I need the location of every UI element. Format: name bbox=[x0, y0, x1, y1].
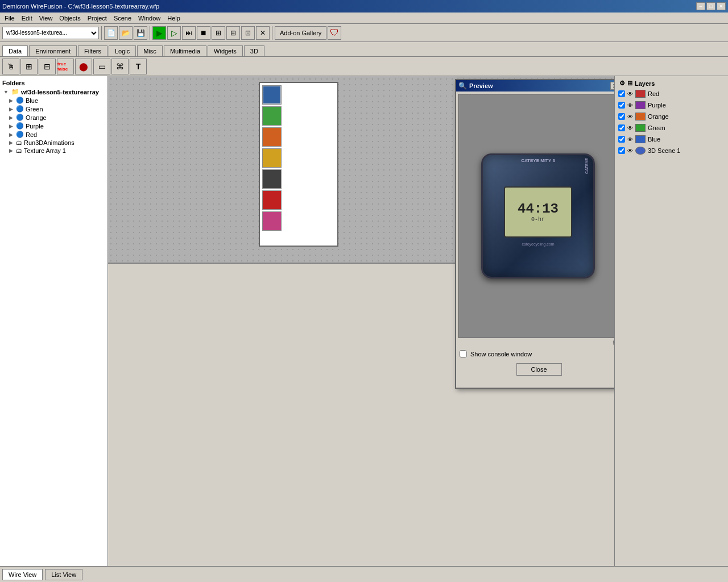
preview-content: CATEYE CATEYE MITY 3 44:13 0-hr cateyecy… bbox=[456, 92, 614, 380]
open-button[interactable]: 📂 bbox=[119, 26, 133, 40]
menu-file[interactable]: File bbox=[1, 14, 18, 23]
tree-purple[interactable]: ▶ 🔵 Purple bbox=[2, 122, 105, 130]
device-time: 44:13 bbox=[518, 201, 559, 217]
layer-3dscene-label: 3D Scene 1 bbox=[648, 147, 680, 154]
tree-root[interactable]: ▼ 📁 wf3d-lesson5-texturearray bbox=[2, 88, 105, 96]
layer-orange-eye[interactable]: 👁 bbox=[627, 114, 633, 120]
project-dropdown[interactable]: wf3d-lesson5-texturea... bbox=[2, 27, 99, 39]
minimize-button[interactable]: – bbox=[696, 2, 705, 10]
layers-icon2: ⊞ bbox=[627, 80, 632, 87]
menubar: File Edit View Objects Project Scene Win… bbox=[0, 13, 728, 24]
tex-swatch-green[interactable] bbox=[262, 106, 282, 126]
tree-red[interactable]: ▶ 🔵 Red bbox=[2, 130, 105, 139]
device-sub: 0-hr bbox=[531, 217, 545, 223]
tab-multimedia[interactable]: Multimedia bbox=[164, 45, 206, 56]
tex-swatch-orange[interactable] bbox=[262, 127, 282, 147]
tree-texture-array[interactable]: ▶ 🗂 Texture Array 1 bbox=[2, 147, 105, 155]
tool-snap[interactable]: ⊟ bbox=[39, 59, 56, 74]
tool-true-false[interactable]: true false bbox=[57, 59, 74, 74]
tab-widgets[interactable]: Widgets bbox=[208, 45, 243, 56]
tex-swatch-dark[interactable] bbox=[262, 169, 282, 189]
titlebar-title: Demicron WireFusion - C:\wf3d-lesson5-te… bbox=[2, 3, 159, 10]
tab-misc[interactable]: Misc bbox=[137, 45, 163, 56]
tab-3d[interactable]: 3D bbox=[244, 45, 264, 56]
record-button[interactable]: ⊡ bbox=[241, 26, 255, 40]
layer-purple-color bbox=[635, 101, 646, 109]
preview-dialog-close[interactable]: ✕ bbox=[610, 82, 614, 90]
titlebar: Demicron WireFusion - C:\wf3d-lesson5-te… bbox=[0, 0, 728, 13]
preview-dialog-titlebar: 🔍 Preview ✕ bbox=[456, 80, 614, 92]
new-button[interactable]: 📄 bbox=[104, 26, 118, 40]
tool-connect[interactable]: ⌘ bbox=[111, 59, 129, 74]
layer-green-eye[interactable]: 👁 bbox=[627, 125, 633, 131]
tex-swatch-red[interactable] bbox=[262, 190, 282, 210]
save-button[interactable]: 💾 bbox=[134, 26, 147, 40]
bottom-bar: Wire View List View bbox=[0, 566, 728, 582]
addon-gallery-button[interactable]: Add-on Gallery bbox=[275, 26, 326, 40]
tree-blue[interactable]: ▶ 🔵 Blue bbox=[2, 96, 105, 105]
tool-circle[interactable]: ⬤ bbox=[75, 59, 92, 74]
separator2 bbox=[150, 26, 150, 40]
tool-text[interactable]: T bbox=[130, 59, 147, 74]
layer-blue-check[interactable] bbox=[618, 136, 625, 143]
layer-red-eye[interactable]: 👁 bbox=[627, 91, 633, 97]
cut-button[interactable]: ✕ bbox=[256, 26, 270, 40]
preview-device: CATEYE CATEYE MITY 3 44:13 0-hr cateyecy… bbox=[481, 153, 595, 278]
layer-orange-label: Orange bbox=[648, 113, 669, 120]
menu-window[interactable]: Window bbox=[135, 14, 164, 23]
play2-button[interactable]: ▷ bbox=[167, 26, 181, 40]
maximize-button[interactable]: □ bbox=[706, 2, 715, 10]
tool-row: 🖱 ⊞ ⊟ true false ⬤ ▭ ⌘ T bbox=[0, 57, 728, 76]
menu-help[interactable]: Help bbox=[164, 14, 184, 23]
device-screen: 44:13 0-hr bbox=[504, 186, 572, 238]
layer-red-check[interactable] bbox=[618, 90, 625, 97]
expand-icon[interactable]: ▼ bbox=[3, 89, 9, 95]
layers-panel: ⚙ ⊞ Layers 👁 Red 👁 Purple 👁 Orange 👁 Gre bbox=[614, 76, 728, 566]
layer-blue-eye[interactable]: 👁 bbox=[627, 136, 633, 143]
tree-run3d[interactable]: ▶ 🗂 Run3DAnimations bbox=[2, 139, 105, 147]
layer-green-check[interactable] bbox=[618, 124, 625, 131]
tab-filters[interactable]: Filters bbox=[78, 45, 107, 56]
tool-grid[interactable]: ⊞ bbox=[20, 59, 38, 74]
frame-button[interactable]: ⊞ bbox=[212, 26, 225, 40]
device-top-label: CATEYE MITY 3 bbox=[521, 158, 555, 163]
menu-scene[interactable]: Scene bbox=[110, 14, 135, 23]
tab-environment[interactable]: Environment bbox=[29, 45, 77, 56]
layer-red-label: Red bbox=[648, 90, 659, 97]
tool-select[interactable]: 🖱 bbox=[2, 59, 19, 74]
layers-settings-icon[interactable]: ⚙ bbox=[619, 80, 625, 87]
layer-purple: 👁 Purple bbox=[617, 99, 726, 111]
tree-green[interactable]: ▶ 🔵 Green bbox=[2, 105, 105, 113]
device-bottom-label: cateyecycling.com bbox=[522, 242, 554, 246]
menu-project[interactable]: Project bbox=[84, 14, 110, 23]
tab-logic[interactable]: Logic bbox=[109, 45, 136, 56]
expand-blue-icon[interactable]: ▶ bbox=[9, 98, 13, 103]
play-button[interactable]: ▶ bbox=[152, 26, 166, 40]
tab-data[interactable]: Data bbox=[2, 45, 28, 56]
list-view-tab[interactable]: List View bbox=[45, 569, 82, 580]
preview-icon-small: ⊟ bbox=[613, 339, 614, 346]
shield-icon[interactable]: 🛡 bbox=[328, 26, 341, 40]
menu-edit[interactable]: Edit bbox=[18, 14, 36, 23]
show-console-checkbox[interactable] bbox=[460, 350, 467, 357]
close-button[interactable]: ✕ bbox=[717, 2, 726, 10]
tex-swatch-blue[interactable] bbox=[262, 85, 282, 105]
step-button[interactable]: ⏭ bbox=[182, 26, 196, 40]
menu-objects[interactable]: Objects bbox=[56, 14, 84, 23]
wire-view-tab[interactable]: Wire View bbox=[2, 569, 43, 580]
layer-purple-eye[interactable]: 👁 bbox=[627, 102, 633, 109]
tree-orange[interactable]: ▶ 🔵 Orange bbox=[2, 113, 105, 122]
layer-orange-check[interactable] bbox=[618, 113, 625, 120]
tex-swatch-yellow[interactable] bbox=[262, 148, 282, 168]
layer-3dscene-eye[interactable]: 👁 bbox=[627, 148, 633, 154]
stop-button[interactable]: ⏹ bbox=[197, 26, 210, 40]
layer-purple-check[interactable] bbox=[618, 102, 625, 109]
tex-swatch-pink[interactable] bbox=[262, 211, 282, 231]
preview-close-button[interactable]: Close bbox=[516, 363, 562, 376]
tool-rect[interactable]: ▭ bbox=[93, 59, 110, 74]
layer-3dscene-check[interactable] bbox=[618, 147, 625, 154]
layer-3dscene-color bbox=[635, 147, 646, 155]
layer-orange: 👁 Orange bbox=[617, 111, 726, 122]
preview-button[interactable]: ⊟ bbox=[226, 26, 240, 40]
menu-view[interactable]: View bbox=[36, 14, 56, 23]
